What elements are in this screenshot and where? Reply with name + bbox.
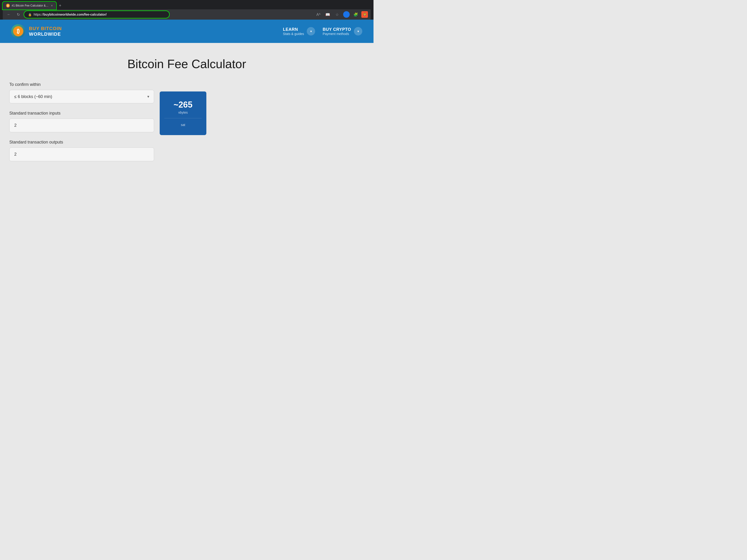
confirm-within-label: To confirm within [9, 82, 154, 87]
lock-icon: 🔒 [28, 13, 32, 16]
tx-inputs-label: Standard transaction inputs [9, 111, 154, 116]
learn-chevron-icon: ▾ [310, 29, 312, 33]
result-sats-row: sat [164, 118, 202, 130]
active-tab[interactable]: ₿ #1 Bitcoin Fee Calculator & Estim × [3, 2, 56, 9]
header-nav: LEARN Stats & guides ▾ BUY CRYPTO Paymen… [283, 27, 362, 36]
extensions-button[interactable]: 🧩 [352, 11, 360, 18]
result-vbytes-value: ~265 [174, 100, 192, 110]
brave-icon[interactable]: 🦁 [361, 11, 368, 18]
url-display: https://buybitcoinworldwide.com/fee-calc… [34, 12, 165, 16]
nav-actions: Aᴬ 📖 ☆ 🧩 🦁 [315, 11, 368, 18]
buy-crypto-nav-text: BUY CRYPTO Payment methods [323, 27, 351, 36]
back-icon: ← [7, 12, 11, 17]
refresh-button[interactable]: ↻ [15, 11, 22, 18]
logo-area[interactable]: ₿ BUY BITCOIN WORLDWIDE [11, 24, 62, 38]
reader-mode-button[interactable]: 📖 [324, 11, 332, 18]
tab-title: #1 Bitcoin Fee Calculator & Estim [12, 4, 49, 7]
calculator-section: To confirm within ≤ 1 block (~10 min) ≤ … [0, 82, 374, 169]
main-content: Bitcoin Fee Calculator To confirm within… [0, 43, 374, 183]
tx-outputs-label: Standard transaction outputs [9, 140, 154, 145]
buy-crypto-dropdown-button[interactable]: ▾ [354, 27, 362, 35]
site-header: ₿ BUY BITCOIN WORLDWIDE LEARN Stats & gu… [0, 20, 374, 43]
confirm-within-group: To confirm within ≤ 1 block (~10 min) ≤ … [9, 82, 154, 103]
profile-avatar [343, 11, 350, 18]
page-title: Bitcoin Fee Calculator [0, 57, 374, 71]
confirm-within-select[interactable]: ≤ 1 block (~10 min) ≤ 3 blocks (~30 min)… [9, 90, 154, 103]
learn-sublabel: Stats & guides [283, 32, 304, 36]
result-size-row: ~265 vbytes [164, 96, 202, 118]
calculator-form: To confirm within ≤ 1 block (~10 min) ≤ … [9, 82, 154, 169]
learn-dropdown-button[interactable]: ▾ [307, 27, 315, 35]
learn-nav-text: LEARN Stats & guides [283, 27, 304, 36]
tx-inputs-group: Standard transaction inputs [9, 111, 154, 132]
new-tab-button[interactable]: + [57, 2, 63, 9]
profile-button[interactable] [343, 11, 350, 18]
site-name-bottom: WORLDWIDE [29, 31, 62, 37]
buy-crypto-nav-item[interactable]: BUY CRYPTO Payment methods ▾ [323, 27, 362, 36]
tx-outputs-group: Standard transaction outputs [9, 140, 154, 161]
confirm-select-wrapper: ≤ 1 block (~10 min) ≤ 3 blocks (~30 min)… [9, 90, 154, 103]
tab-close-button[interactable]: × [51, 4, 53, 7]
buy-crypto-label: BUY CRYPTO [323, 27, 351, 32]
refresh-icon: ↻ [17, 12, 20, 17]
tx-outputs-field[interactable] [9, 148, 154, 161]
buy-crypto-chevron-icon: ▾ [357, 29, 359, 33]
site-name-top: BUY BITCOIN [29, 26, 62, 31]
learn-label: LEARN [283, 27, 304, 32]
result-sats-label: sat [181, 123, 185, 127]
site-logo: ₿ [11, 24, 25, 38]
tab-favicon: ₿ [6, 4, 10, 7]
browser-chrome: ₿ #1 Bitcoin Fee Calculator & Estim × + … [0, 0, 374, 20]
buy-crypto-sublabel: Payment methods [323, 32, 351, 36]
address-bar[interactable]: 🔒 https://buybitcoinworldwide.com/fee-ca… [24, 11, 169, 18]
result-panel: ~265 vbytes sat [160, 91, 206, 135]
back-button[interactable]: ← [6, 11, 12, 18]
site-name: BUY BITCOIN WORLDWIDE [29, 26, 62, 37]
learn-nav-item[interactable]: LEARN Stats & guides ▾ [283, 27, 315, 36]
bitcoin-icon: ₿ [13, 26, 23, 36]
tx-inputs-field[interactable] [9, 118, 154, 132]
result-vbytes-unit: vbytes [178, 111, 188, 114]
font-settings-button[interactable]: Aᴬ [315, 11, 322, 18]
nav-bar: ← ↻ 🔒 https://buybitcoinworldwide.com/fe… [3, 9, 371, 20]
tab-bar: ₿ #1 Bitcoin Fee Calculator & Estim × + [3, 2, 371, 9]
bookmark-button[interactable]: ☆ [333, 11, 341, 18]
